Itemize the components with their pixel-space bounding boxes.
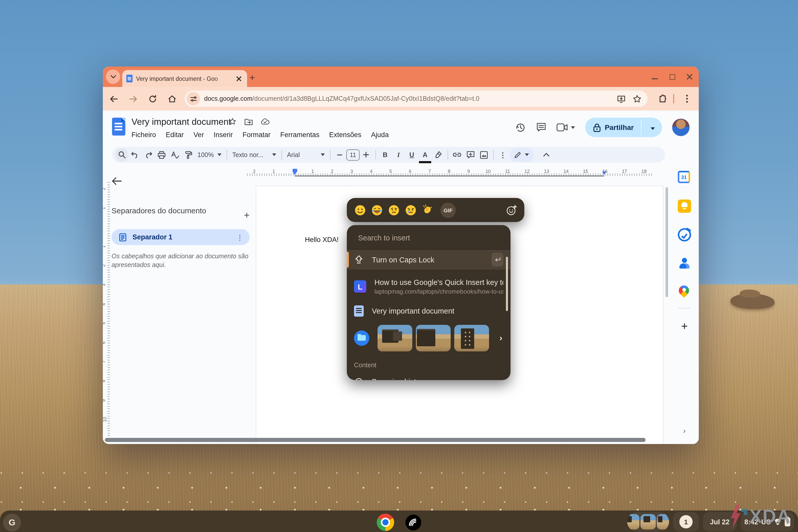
screenshot-thumb-1[interactable] [378, 325, 412, 352]
cloud-saved-icon[interactable] [261, 118, 270, 125]
font-select[interactable]: Arial [284, 151, 327, 158]
date-pill[interactable]: Jul 22 [703, 512, 737, 531]
document-text[interactable]: Hello XDA! [305, 236, 339, 244]
status-area[interactable]: 8:42 US [741, 512, 794, 531]
caps-lock-row[interactable]: Turn on Caps Lock [347, 249, 511, 270]
link-suggestion-row[interactable]: L How to use Google's Quick Insert key t… [347, 274, 511, 299]
gif-button[interactable]: GIF [440, 202, 456, 218]
minimize-button[interactable] [652, 74, 658, 80]
menu-6[interactable]: Extensões [329, 131, 361, 139]
screenshot-thumb-2[interactable] [416, 325, 451, 352]
increase-font-button[interactable] [360, 148, 373, 162]
tasks-icon[interactable] [677, 227, 692, 243]
underline-button[interactable]: U [405, 148, 418, 162]
side-panel-expand-button[interactable]: › [683, 426, 686, 435]
address-bar[interactable]: docs.google.com/document/d/1a3d8BgLLLqZM… [185, 91, 648, 107]
site-settings-button[interactable] [187, 92, 200, 106]
share-dropdown[interactable] [646, 123, 660, 132]
emoji-thinking[interactable] [388, 204, 400, 216]
holding-space-tote[interactable] [627, 512, 669, 531]
menu-4[interactable]: Formatar [243, 131, 271, 139]
menu-3[interactable]: Inserir [213, 131, 233, 139]
install-icon[interactable] [617, 94, 626, 103]
contacts-icon[interactable] [678, 257, 691, 270]
maps-icon[interactable] [679, 285, 690, 297]
editing-mode-button[interactable] [510, 148, 534, 162]
close-panel-button[interactable] [112, 177, 250, 185]
extensions-button[interactable] [654, 90, 671, 108]
undo-button[interactable] [128, 148, 142, 162]
home-button[interactable] [163, 90, 180, 108]
decrease-font-button[interactable] [333, 148, 346, 162]
new-tab-button[interactable]: + [246, 72, 258, 84]
add-addon-button[interactable]: + [681, 320, 688, 333]
star-document-icon[interactable] [229, 118, 236, 125]
quick-insert-scrollbar[interactable] [506, 257, 508, 311]
meet-button[interactable] [556, 123, 575, 131]
print-button[interactable] [155, 148, 168, 162]
google-docs-logo[interactable] [112, 118, 125, 136]
window-horizontal-scrollbar[interactable] [105, 438, 646, 442]
highlight-button[interactable] [432, 148, 445, 162]
emoji-laugh[interactable] [371, 204, 383, 216]
tote-thumb-2[interactable] [641, 514, 656, 529]
paragraph-style-select[interactable]: Texto nor... [230, 151, 279, 158]
window-close-button[interactable] [686, 74, 692, 80]
comments-icon[interactable] [536, 122, 546, 132]
tab-search-button[interactable] [106, 70, 120, 84]
menu-2[interactable]: Ver [194, 131, 204, 139]
bookmark-star-icon[interactable] [633, 94, 642, 103]
chrome-shelf-icon[interactable] [377, 514, 394, 531]
browser-menu-button[interactable] [678, 90, 696, 108]
notification-counter[interactable]: 1 [673, 512, 699, 531]
horizontal-ruler[interactable]: 21123456789101112131415161718 [247, 169, 654, 176]
search-menus-button[interactable] [115, 148, 128, 162]
italic-button[interactable]: I [392, 148, 405, 162]
menu-1[interactable]: Editar [166, 131, 184, 139]
menu-0[interactable]: Ficheiro [131, 131, 156, 139]
maximize-button[interactable] [669, 74, 675, 80]
tab-close-button[interactable] [235, 74, 243, 82]
tab-options-button[interactable]: ⋮ [236, 234, 244, 240]
menu-7[interactable]: Ajuda [371, 131, 389, 139]
reload-button[interactable] [144, 90, 161, 108]
more-screenshots-chevron[interactable]: › [499, 333, 504, 343]
tote-thumb-3[interactable] [657, 514, 669, 529]
document-title[interactable]: Very important document [131, 117, 231, 127]
redo-button[interactable] [142, 148, 155, 162]
emoji-smile[interactable] [354, 204, 366, 216]
keep-icon[interactable] [678, 200, 691, 213]
menu-5[interactable]: Ferramentas [280, 131, 320, 139]
back-button[interactable] [105, 90, 122, 108]
paint-format-button[interactable] [182, 148, 195, 162]
insert-image-button[interactable] [477, 148, 491, 162]
add-tab-button[interactable]: + [244, 210, 250, 221]
toolbar-more-button[interactable]: ⋮ [496, 148, 510, 162]
screencast-app-icon[interactable] [405, 514, 421, 530]
vertical-ruler[interactable]: 2112345678910 [103, 182, 111, 438]
tote-thumb-1[interactable] [627, 514, 640, 529]
browser-tab[interactable]: Very important document - Goo [122, 70, 247, 87]
launcher-button[interactable]: G [3, 514, 21, 531]
font-size-input[interactable]: 11 [346, 149, 360, 160]
emoji-picker-button[interactable] [506, 204, 517, 215]
hide-menus-button[interactable] [540, 148, 553, 162]
forward-button[interactable] [124, 90, 142, 108]
zoom-select[interactable]: 100% [195, 151, 224, 158]
share-button[interactable]: Partilhar [585, 118, 662, 137]
document-scrollbar[interactable] [666, 187, 668, 297]
move-folder-icon[interactable] [245, 118, 253, 125]
bold-button[interactable]: B [379, 148, 392, 162]
spellcheck-button[interactable] [168, 148, 182, 162]
version-history-icon[interactable] [515, 122, 526, 133]
screenshots-row[interactable]: › [347, 323, 511, 354]
quick-insert-search[interactable]: Search to insert [347, 225, 511, 249]
browsing-history-row[interactable]: Browsing history [347, 374, 511, 380]
emoji-clap[interactable] [421, 204, 434, 216]
add-comment-button[interactable] [464, 148, 477, 162]
document-suggestion-row[interactable]: Very important document [347, 304, 511, 318]
insert-link-button[interactable] [451, 148, 464, 162]
document-tab-item[interactable]: Separador 1 ⋮ [112, 229, 250, 245]
screenshot-thumb-3[interactable] [454, 325, 489, 352]
emoji-crying[interactable] [405, 204, 417, 216]
